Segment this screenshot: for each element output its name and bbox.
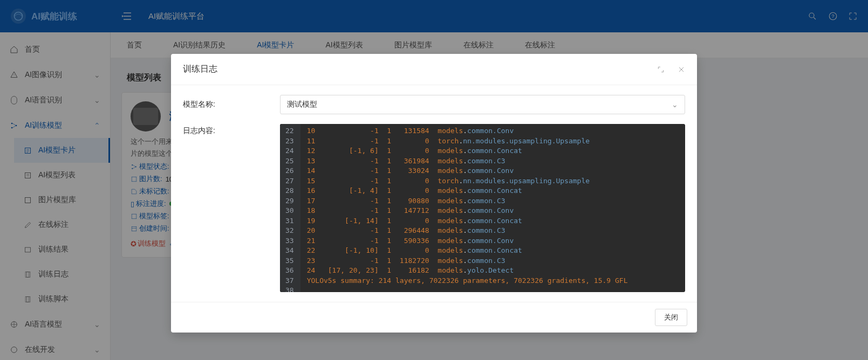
close-button[interactable]: 关闭 xyxy=(655,309,687,326)
code-gutter: 2223242526272829303132333435363738 xyxy=(280,124,300,292)
log-content-label: 日志内容: xyxy=(183,124,280,136)
modal-title: 训练日志 xyxy=(183,64,217,75)
modal-overlay[interactable]: 训练日志 模型名称: 测试模型 ⌄ 日志内容: 2223242526272829… xyxy=(0,0,868,360)
chevron-down-icon: ⌄ xyxy=(672,100,678,109)
fullscreen-icon[interactable] xyxy=(657,66,665,73)
close-icon[interactable] xyxy=(678,66,685,73)
training-log-modal: 训练日志 模型名称: 测试模型 ⌄ 日志内容: 2223242526272829… xyxy=(171,54,697,333)
log-code-block[interactable]: 2223242526272829303132333435363738 10 -1… xyxy=(280,124,685,292)
model-name-select[interactable]: 测试模型 ⌄ xyxy=(280,95,685,114)
model-name-value: 测试模型 xyxy=(287,100,317,109)
model-name-label: 模型名称: xyxy=(183,100,280,109)
code-lines: 10 -1 1 131584 models.common.Conv11 -1 1… xyxy=(300,124,634,292)
